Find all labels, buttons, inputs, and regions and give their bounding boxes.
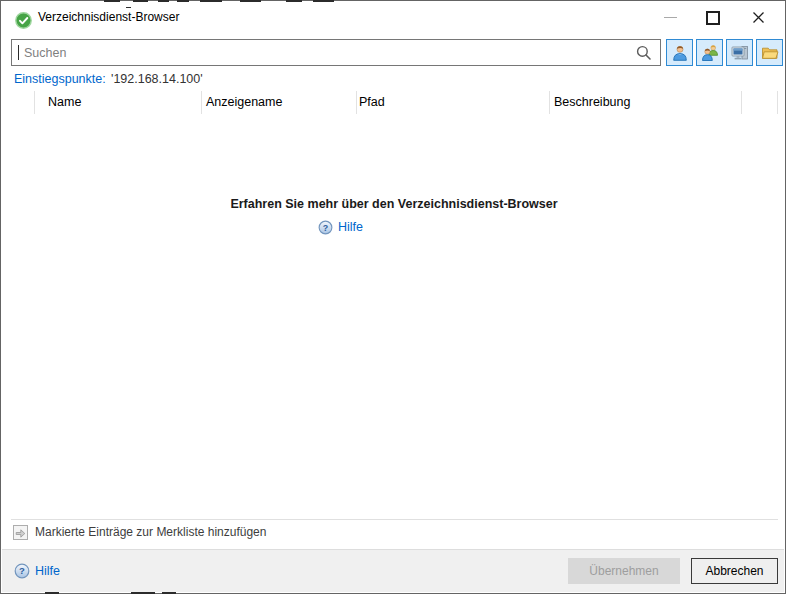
search-input[interactable]: [24, 41, 624, 64]
help-link-label: Hilfe: [338, 220, 363, 234]
add-to-merkliste-label: Markierte Einträge zur Merkliste hinzufü…: [35, 525, 266, 539]
titlebar: Verzeichnisdienst-Browser: [2, 2, 784, 33]
close-icon: [752, 11, 765, 24]
computer-icon: [730, 43, 750, 63]
app-icon-green-check: [15, 12, 32, 29]
maximize-icon: [706, 11, 720, 25]
footer-help-link[interactable]: ? Hilfe: [14, 563, 60, 579]
add-to-list-icon: [13, 525, 28, 540]
user-icon: [670, 43, 690, 63]
minimize-icon: [664, 17, 677, 18]
table-bottom-divider: [11, 519, 778, 520]
background-window-artifact: [158, 0, 169, 2]
background-window-artifact: [133, 0, 148, 2]
column-separator: [777, 91, 778, 114]
help-icon: ?: [14, 563, 30, 579]
window-title: Verzeichnisdienst-Browser: [38, 2, 179, 33]
cancel-button[interactable]: Abbrechen: [691, 558, 778, 584]
column-header-name[interactable]: Name: [48, 91, 81, 114]
filter-computers-button[interactable]: [726, 39, 753, 66]
add-to-merkliste-action[interactable]: Markierte Einträge zur Merkliste hinzufü…: [13, 523, 266, 541]
entry-points-value: '192.168.14.100': [111, 72, 203, 86]
column-header-beschreibung[interactable]: Beschreibung: [554, 91, 630, 114]
column-separator: [741, 91, 742, 114]
column-separator: [549, 91, 550, 114]
maximize-button[interactable]: [698, 2, 728, 33]
column-header-pfad[interactable]: Pfad: [359, 91, 385, 114]
help-icon: ?: [318, 220, 333, 235]
column-separator: [34, 91, 35, 114]
background-window-artifact: [126, 7, 131, 8]
empty-state-help-link[interactable]: ? Hilfe: [318, 219, 363, 235]
entry-points-link[interactable]: Einstiegspunkte:: [14, 72, 106, 86]
background-window-artifact: [177, 0, 189, 2]
filter-groups-button[interactable]: [696, 39, 723, 66]
apply-button[interactable]: Übernehmen: [568, 558, 680, 584]
background-window-artifact: [104, 0, 120, 2]
background-window-artifact: [313, 0, 334, 2]
folder-icon: [760, 43, 780, 63]
footer: ? Hilfe Übernehmen Abbrechen: [2, 549, 784, 592]
search-icon: [635, 44, 653, 62]
background-window-artifact: [240, 0, 261, 2]
background-window-artifact: [200, 0, 222, 2]
empty-state-message: Erfahren Sie mehr über den Verzeichnisdi…: [1, 197, 786, 211]
svg-text:?: ?: [323, 222, 328, 232]
background-window-artifact: [286, 0, 302, 2]
minimize-button[interactable]: [655, 2, 685, 33]
column-separator: [201, 91, 202, 114]
directory-browser-dialog: Verzeichnisdienst-Browser: [0, 0, 786, 594]
search-box: [11, 39, 661, 66]
column-header-anzeigename[interactable]: Anzeigename: [206, 91, 282, 114]
user-group-icon: [700, 43, 720, 63]
filter-users-button[interactable]: [666, 39, 693, 66]
close-button[interactable]: [743, 2, 773, 33]
column-separator: [356, 91, 357, 114]
footer-help-label: Hilfe: [35, 564, 60, 578]
filter-containers-button[interactable]: [756, 39, 783, 66]
text-caret: [18, 45, 19, 60]
svg-text:?: ?: [19, 565, 25, 576]
results-table-header: Name Anzeigename Pfad Beschreibung: [11, 91, 778, 114]
